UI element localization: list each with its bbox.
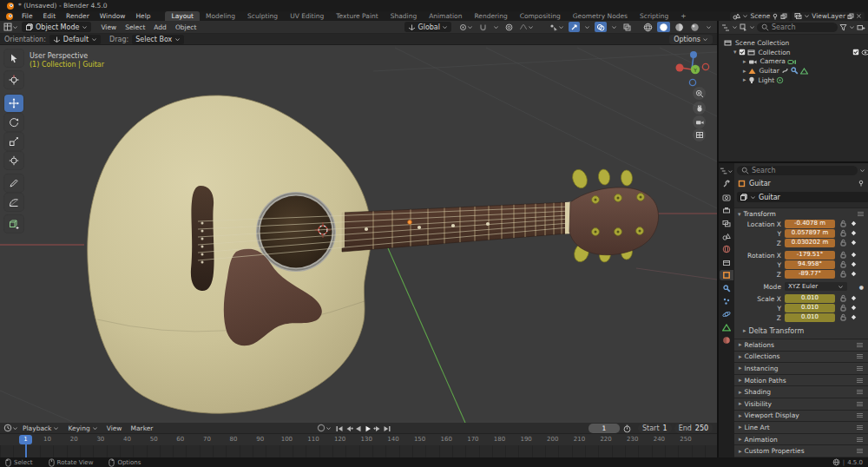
editor-type-icon[interactable] [3,23,12,31]
expander-icon[interactable]: ▾ [733,49,737,56]
panel-menu-icon[interactable] [857,211,865,217]
gizmo-z-neg-axis[interactable] [689,79,695,85]
tool-scale-button[interactable] [4,133,23,150]
properties-search-input[interactable]: Search [737,166,858,175]
jump-to-start-button[interactable] [335,424,344,433]
outliner-row-scene-collection[interactable]: Scene Collection [719,38,868,48]
timeline-ruler[interactable]: 1020304050607080901001101201301401501601… [0,434,717,446]
panel-visibility[interactable]: ▸Visibility [734,398,868,410]
tab-modeling[interactable]: Modeling [200,11,241,21]
properties-tab-material[interactable] [720,335,733,345]
y-field[interactable]: 0.010 [785,304,835,312]
camera-view-button[interactable] [693,115,706,128]
tool-transform-button[interactable] [4,152,23,169]
tab-shading[interactable]: Shading [385,11,423,21]
menu-window[interactable]: Window [95,11,130,21]
current-frame-field[interactable]: 1 [589,424,620,433]
properties-tab-collection[interactable] [720,257,733,267]
scene-selector[interactable]: Scene [730,12,790,21]
lock-icon[interactable] [838,239,848,248]
viewport-canvas[interactable]: User Perspective (1) Collection | Guitar… [0,45,717,423]
lock-icon[interactable] [838,313,848,323]
keyframe-diamond-icon[interactable] [848,229,858,239]
tab-compositing[interactable]: Compositing [514,11,567,21]
camdata-badge-icon[interactable] [787,58,796,65]
properties-tab-view-layer[interactable] [720,218,733,228]
editor-type-icon[interactable] [721,23,730,32]
tool-select-box-button[interactable] [4,49,23,67]
options-dropdown[interactable]: Options [669,35,713,44]
tool-measure-button[interactable] [4,194,23,211]
curvemod-badge-icon[interactable] [781,67,789,75]
y-field[interactable]: 0.057897 m [785,229,835,238]
transform-orientation-dropdown[interactable]: Global [404,22,451,32]
pivot-point-button[interactable] [457,22,475,32]
tool-rotate-button[interactable] [4,114,23,131]
tab-texture-paint[interactable]: Texture Paint [330,11,384,21]
panel-instancing[interactable]: ▸Instancing [734,362,868,374]
timeline-track[interactable] [0,445,717,457]
keyframe-diamond-icon[interactable] [848,239,858,248]
outliner-item-label[interactable]: Light [759,76,775,84]
tab-uv-editing[interactable]: UV Editing [284,11,330,21]
lock-icon[interactable] [838,220,848,229]
keyframe-diamond-icon[interactable] [848,251,858,260]
panel-animation[interactable]: ▸Animation [734,433,868,445]
tab-scripting[interactable]: Scripting [634,11,674,21]
outliner-search-input[interactable]: Search [757,23,838,32]
jump-to-end-button[interactable] [383,424,391,433]
z-field[interactable]: -89.77° [785,270,835,279]
editor-type-icon[interactable] [3,424,12,432]
outliner-row-light[interactable]: ▸Light [719,76,868,85]
object-name-field[interactable]: Guitar [737,192,868,202]
panel-custom-properties[interactable]: ▸Custom Properties [734,444,868,457]
keyframe-diamond-icon[interactable] [848,313,858,323]
properties-tab-particles[interactable] [720,296,733,306]
lightdata-badge-icon[interactable] [776,76,784,84]
shading-wireframe-button[interactable] [641,22,654,32]
gizmo-options-button[interactable] [582,22,592,32]
tool-cursor-button[interactable] [4,71,23,89]
xray-toggle-button[interactable] [621,22,633,32]
lock-icon[interactable] [838,304,848,313]
z-field[interactable]: 0.030202 m [785,239,835,247]
lock-icon[interactable] [838,294,848,304]
menu-help[interactable]: Help [131,11,155,21]
checkbox-icon[interactable] [852,49,859,56]
menu-file[interactable]: File [17,11,37,21]
transform-panel-header[interactable]: ▾ Transform [734,208,868,220]
stopwatch-icon[interactable] [623,424,631,433]
tab-sculpting[interactable]: Sculpting [241,11,284,21]
y-field[interactable]: 94.958° [785,260,835,269]
play-reverse-button[interactable] [354,424,363,433]
viewport-menu-select[interactable]: Select [121,23,149,31]
editor-type-icon[interactable] [720,166,733,176]
properties-tab-render[interactable] [720,192,733,202]
shading-options-button[interactable] [704,22,713,32]
keyframe-diamond-icon[interactable] [848,304,858,313]
lock-icon[interactable] [838,270,848,280]
timeline-menu-view[interactable]: View [102,424,127,432]
overlay-options-button[interactable] [609,22,619,32]
play-button[interactable] [364,424,372,433]
show-overlays-button[interactable] [595,22,607,32]
properties-tab-output[interactable] [720,205,733,215]
delta-transform-panel-header[interactable]: ▸ Delta Transform [734,326,868,336]
playhead[interactable]: 1 [19,435,32,444]
previous-keyframe-button[interactable] [345,424,353,433]
panel-motion-paths[interactable]: ▸Motion Paths [734,374,868,386]
zoom-button[interactable] [693,87,706,100]
snap-options-button[interactable] [491,22,501,32]
snap-toggle-button[interactable] [477,22,489,32]
proportional-falloff-button[interactable] [517,22,536,32]
guitar-object[interactable] [88,95,659,413]
wrench-badge-icon[interactable] [791,67,799,75]
tab-animation[interactable]: Animation [423,11,468,21]
expander-icon[interactable]: ▸ [743,58,746,65]
rotation-mode-dropdown[interactable]: XYZ Euler [785,282,847,291]
panel-collections[interactable]: ▸Collections [734,351,868,363]
shading-material-button[interactable] [673,22,686,32]
panel-relations[interactable]: ▸Relations [734,339,868,351]
blender-menu-icon[interactable] [5,12,14,21]
filter-icon[interactable] [839,23,847,31]
